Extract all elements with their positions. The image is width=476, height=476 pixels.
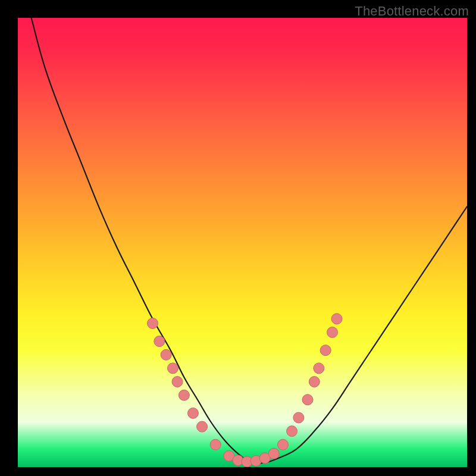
data-dot	[320, 345, 331, 356]
data-dot	[314, 363, 324, 374]
data-dot	[172, 377, 183, 387]
data-dot	[268, 448, 279, 459]
bottleneck-curve	[32, 18, 467, 464]
data-dot	[210, 439, 221, 450]
watermark-text: TheBottleneck.com	[355, 4, 469, 19]
plot-area	[18, 18, 467, 467]
data-dot	[197, 421, 208, 432]
chart-stage: TheBottleneck.com	[0, 0, 476, 476]
data-dot	[327, 327, 338, 338]
curve-svg	[18, 18, 467, 467]
data-dot	[309, 377, 320, 387]
data-dot	[167, 363, 178, 374]
data-dot	[154, 336, 165, 347]
data-dot	[161, 349, 171, 360]
data-dot	[331, 314, 342, 324]
data-dot	[302, 394, 313, 405]
data-dot	[148, 318, 158, 328]
data-dot	[178, 390, 189, 400]
data-dots	[148, 314, 343, 467]
data-dot	[293, 412, 304, 423]
data-dot	[187, 408, 198, 418]
data-dot	[287, 426, 298, 437]
data-dot	[277, 439, 288, 450]
